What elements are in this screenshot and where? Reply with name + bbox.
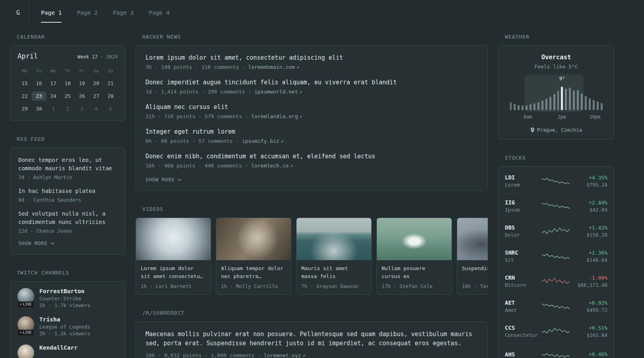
stock-row[interactable]: AHS +0.46% xyxy=(505,344,607,358)
stock-row[interactable]: AET Amet +0.92% $499.72 xyxy=(505,294,607,319)
calendar-day: 30 xyxy=(32,104,46,113)
stock-id: DBS Dolor xyxy=(505,224,541,238)
calendar-day: 22 xyxy=(17,91,32,101)
stock-change: -1.00% xyxy=(570,275,607,281)
weather-widget: WEATHER Overcast Feels like 5°C 9° 6am 2… xyxy=(498,34,614,140)
video-card[interactable]: Nullam posuere cursus ex 17h · Stefan Co… xyxy=(376,218,452,295)
video-title[interactable]: Suspendisse diam xyxy=(457,260,488,280)
external-link-icon: ↗ xyxy=(290,163,293,169)
hackernews-widget: HACKER NEWS Lorem ipsum dolor sit amet, … xyxy=(136,34,488,191)
rss-item-meta: 12d · Chance Jones xyxy=(18,228,117,234)
channel-name[interactable]: KendallCarr xyxy=(39,344,78,351)
video-card[interactable]: Mauris sit amet massa felis 7h · Grayson… xyxy=(296,218,372,295)
time-label: 2pm xyxy=(558,114,566,120)
calendar-day: 29 xyxy=(17,104,32,113)
calendar-month: April xyxy=(17,52,38,60)
video-card[interactable]: Aliquam tempor dolor nec pharetra… 1h · … xyxy=(216,218,291,295)
weather-location-label: Prague, Czechia xyxy=(537,127,582,133)
app-logo[interactable]: G xyxy=(7,0,29,25)
tab-page-3[interactable]: Page 3 xyxy=(108,0,139,25)
stock-name: Ipsum xyxy=(505,207,541,213)
domain-link[interactable]: loremtech.co↗ xyxy=(251,163,293,169)
stock-row[interactable]: DBS Dolor +1.42% $156.28 xyxy=(505,218,607,243)
calendar-day: 21 xyxy=(103,79,118,88)
stock-row[interactable]: CRN Bitcorn -1.00% $66,171.48 xyxy=(505,268,607,294)
video-thumbnail[interactable] xyxy=(297,218,371,260)
stock-id: IIG Ipsum xyxy=(505,199,541,213)
stock-ticker: LDI xyxy=(505,174,541,181)
calendar-day-header: Tu xyxy=(32,67,46,75)
stock-row[interactable]: CCS Consectetur +0.51% $165.84 xyxy=(505,319,607,344)
domain-link[interactable]: ipsumify.biz↗ xyxy=(242,138,284,144)
left-column: CALENDAR April Week 17 · 2024 Mo Tu We T… xyxy=(10,34,125,358)
channel-category: Counter-Strike xyxy=(39,296,90,302)
hackernews-headline[interactable]: Aliquam nec cursus elit xyxy=(145,103,478,111)
rss-item: In hac habitasse platea 8d · Cynthia Sau… xyxy=(18,187,117,203)
calendar-day: 28 xyxy=(103,91,118,101)
calendar-day: 26 xyxy=(75,91,89,101)
hackernews-headline[interactable]: Lorem ipsum dolor sit amet, consectetur … xyxy=(145,54,478,62)
twitch-channel[interactable]: LIVE KendallCarr xyxy=(17,344,118,358)
hackernews-show-more-button[interactable]: SHOW MORE xyxy=(145,177,182,183)
weather-bar xyxy=(597,101,599,110)
stock-ticker: CCS xyxy=(505,325,541,331)
meta-text: 19h · 9,932 points · 1,090 comments · xyxy=(145,352,264,358)
calendar-day: 19 xyxy=(75,79,89,88)
rss-show-more-button[interactable]: SHOW MORE xyxy=(18,241,54,246)
video-thumbnail[interactable] xyxy=(136,218,211,260)
rss-item-meta: 8d · Cynthia Saunders xyxy=(18,197,117,203)
rss-item-headline[interactable]: Sed volutpat nulla nisl, a condimentum n… xyxy=(18,210,117,226)
live-label: LIVE xyxy=(23,302,31,306)
twitch-widget-title: TWITCH CHANNELS xyxy=(17,270,125,276)
twitch-channel[interactable]: LIVE ForrestBurton Counter-Strike 1h · 1… xyxy=(17,288,118,308)
video-title[interactable]: Nullam posuere cursus ex xyxy=(377,260,452,280)
domain-link[interactable]: loremdomain.com↗ xyxy=(248,64,299,70)
stock-sparkline xyxy=(541,226,570,236)
meta-text: 16h · 468 points · 440 comments · xyxy=(145,163,251,169)
rss-item-headline[interactable]: Donec tempor eros leo, ut commodo mauris… xyxy=(18,156,117,173)
weather-condition: Overcast xyxy=(505,54,607,61)
hackernews-headline[interactable]: Donec enim nibh, condimentum et accumsan… xyxy=(145,152,478,161)
domain-link[interactable]: ipsumworld.net↗ xyxy=(254,89,302,95)
calendar-day: 18 xyxy=(60,79,75,88)
weather-bar xyxy=(593,100,595,110)
video-title[interactable]: Lorem ipsum dolor sit amet consectetu… xyxy=(136,260,211,280)
channel-name[interactable]: ForrestBurton xyxy=(39,288,90,294)
channel-name[interactable]: Trisha xyxy=(39,316,90,323)
calendar-header: April Week 17 · 2024 xyxy=(17,52,118,60)
stock-row[interactable]: SNRC Sit +1.36% $148.64 xyxy=(505,243,607,268)
tab-page-2[interactable]: Page 2 xyxy=(72,0,103,25)
channel-viewers: 1h · 1.7k viewers xyxy=(39,302,90,308)
stock-row[interactable]: IIG Ipsum +2.84% $42.04 xyxy=(505,193,607,218)
domain-link[interactable]: loremnet.xyz↗ xyxy=(264,352,305,358)
video-card[interactable]: Suspendisse diam 18h · Tara xyxy=(457,218,488,295)
calendar-day: 17 xyxy=(46,79,60,88)
hackernews-headline[interactable]: Donec imperdiet augue tincidunt felis al… xyxy=(145,78,478,87)
video-card[interactable]: Lorem ipsum dolor sit amet consectetu… 1… xyxy=(136,218,211,295)
weather-bar xyxy=(537,102,539,110)
calendar-day-header: Su xyxy=(103,67,118,75)
video-thumbnail[interactable] xyxy=(216,218,291,260)
stock-name: Sit xyxy=(505,257,541,263)
stock-row[interactable]: LDI Lorem +4.35% $795.18 xyxy=(505,169,607,193)
tab-page-4[interactable]: Page 4 xyxy=(144,0,175,25)
video-thumbnail[interactable] xyxy=(377,218,452,260)
rss-item: Donec tempor eros leo, ut commodo mauris… xyxy=(18,156,117,180)
tab-page-1[interactable]: Page 1 xyxy=(36,0,67,25)
top-navigation: G Page 1 Page 2 Page 3 Page 4 xyxy=(0,0,644,25)
hackernews-headline[interactable]: Integer eget rutrum lorem xyxy=(145,128,478,136)
video-thumbnail[interactable] xyxy=(457,218,488,260)
video-title[interactable]: Aliquam tempor dolor nec pharetra… xyxy=(216,260,291,280)
video-title[interactable]: Mauris sit amet massa felis xyxy=(297,260,371,280)
domain-link[interactable]: loremlandia.org↗ xyxy=(251,113,302,119)
live-label: LIVE xyxy=(23,331,31,335)
video-meta: 17h · Stefan Cole xyxy=(377,280,452,294)
twitch-channel[interactable]: LIVE Trisha League of Legends 3h · 1.2k … xyxy=(17,316,118,337)
hackernews-item: Donec enim nibh, condimentum et accumsan… xyxy=(145,152,478,169)
external-link-icon: ↗ xyxy=(302,352,305,358)
rss-widget: RSS FEED Donec tempor eros leo, ut commo… xyxy=(10,136,125,255)
avatar-wrap: LIVE xyxy=(17,344,34,358)
rss-item-headline[interactable]: In hac habitasse platea xyxy=(18,187,117,195)
calendar-day: 20 xyxy=(89,79,103,88)
subreddit-post-body[interactable]: Maecenas mollis pulvinar erat non posuer… xyxy=(145,330,478,348)
